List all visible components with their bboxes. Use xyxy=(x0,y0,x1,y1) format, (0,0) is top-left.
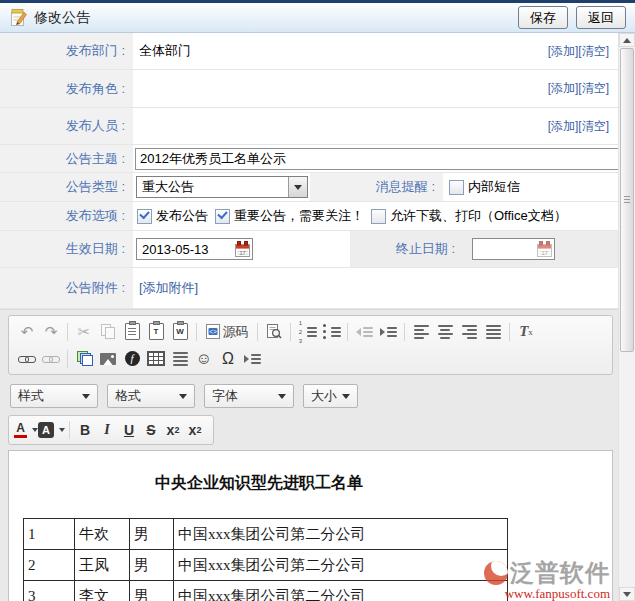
form-row-person: 发布人员 : [添加][清空] xyxy=(0,108,635,145)
remove-format-icon[interactable]: Tx xyxy=(514,320,538,344)
image-icon[interactable] xyxy=(96,347,120,371)
page-title: 修改公告 xyxy=(34,9,90,27)
align-justify-icon[interactable] xyxy=(481,320,505,344)
options-label: 发布选项 : xyxy=(0,202,133,230)
cell-company[interactable]: 中国xxx集团公司第二分公司 xyxy=(174,550,508,581)
cell-no[interactable]: 2 xyxy=(24,550,75,581)
undo-icon[interactable]: ↶ xyxy=(15,320,39,344)
start-date-label: 生效日期 : xyxy=(0,231,133,267)
text-color-swatch xyxy=(14,435,27,438)
toolbar-separator xyxy=(347,323,348,341)
paste-from-word-icon[interactable]: W xyxy=(168,320,192,344)
person-add-link[interactable]: [添加] xyxy=(548,119,579,133)
redo-icon[interactable]: ↷ xyxy=(39,320,63,344)
notify-label: 消息提醒 : xyxy=(310,173,443,201)
attachment-label: 公告附件 : xyxy=(0,268,133,308)
editor-content-area[interactable]: 中央企业知识型先进职工名单 1 牛欢 男 中国xxx集团公司第二分公司 2 王凤… xyxy=(8,450,613,601)
bulleted-list-icon[interactable] xyxy=(319,320,343,344)
internal-sms-checkbox[interactable] xyxy=(449,180,464,195)
end-date-input[interactable]: 17 xyxy=(472,238,555,260)
calendar-icon[interactable]: 17 xyxy=(537,241,552,257)
role-label: 发布角色 : xyxy=(0,70,133,107)
cell-company[interactable]: 中国xxx集团公司第二分公司 xyxy=(174,581,508,601)
save-button[interactable]: 保存 xyxy=(518,6,568,29)
format-dropdown[interactable]: 格式 xyxy=(107,384,195,408)
align-right-icon[interactable] xyxy=(457,320,481,344)
strikethrough-button[interactable]: S xyxy=(140,418,162,442)
form-row-subject: 公告主题 : xyxy=(0,145,635,173)
size-dropdown[interactable]: 大小 xyxy=(303,384,358,408)
scroll-up-button[interactable] xyxy=(619,33,635,47)
role-clear-link[interactable]: [清空] xyxy=(578,81,609,95)
type-label: 公告类型 : xyxy=(0,173,133,201)
allow-download-checkbox[interactable] xyxy=(371,209,386,224)
dept-add-link[interactable]: [添加] xyxy=(548,44,579,58)
paste-as-text-icon[interactable]: T xyxy=(144,320,168,344)
form-row-attachment: 公告附件 : [添加附件] xyxy=(0,268,635,309)
horizontal-rule-icon[interactable] xyxy=(168,347,192,371)
document-title[interactable]: 中央企业知识型先进职工名单 xyxy=(9,473,509,494)
decrease-indent-icon[interactable] xyxy=(352,320,376,344)
vertical-scrollbar[interactable] xyxy=(618,33,635,601)
scroll-down-button[interactable] xyxy=(619,587,635,601)
image-gallery-icon[interactable] xyxy=(72,347,96,371)
publish-checkbox[interactable] xyxy=(137,209,152,224)
styles-dropdown[interactable]: 样式 xyxy=(10,384,98,408)
scroll-up-icon xyxy=(623,38,631,43)
cell-name[interactable]: 牛欢 xyxy=(75,519,130,550)
cell-company[interactable]: 中国xxx集团公司第二分公司 xyxy=(174,519,508,550)
subject-input[interactable] xyxy=(135,148,619,170)
toolbar-separator xyxy=(69,421,70,439)
table-row: 1 牛欢 男 中国xxx集团公司第二分公司 xyxy=(24,519,508,550)
type-select[interactable]: 重大公告 xyxy=(136,176,308,198)
special-character-icon[interactable]: Ω xyxy=(216,347,240,371)
source-code-button[interactable]: <> 源码 xyxy=(201,320,253,344)
underline-button[interactable]: U xyxy=(118,418,140,442)
background-color-button[interactable]: A xyxy=(38,418,65,442)
start-date-input[interactable]: 2013-05-13 17 xyxy=(136,238,253,260)
italic-button[interactable]: I xyxy=(96,418,118,442)
text-color-button[interactable]: A xyxy=(14,418,38,442)
svg-text:17: 17 xyxy=(240,250,246,256)
subscript-button[interactable]: x2 xyxy=(162,418,184,442)
dept-clear-link[interactable]: [清空] xyxy=(578,44,609,58)
cell-no[interactable]: 3 xyxy=(24,581,75,601)
preview-icon[interactable] xyxy=(262,320,286,344)
copy-icon[interactable] xyxy=(96,320,120,344)
numbered-list-icon[interactable]: 123 xyxy=(295,320,319,344)
cell-name[interactable]: 李文 xyxy=(75,581,130,601)
align-center-icon[interactable] xyxy=(433,320,457,344)
person-clear-link[interactable]: [清空] xyxy=(578,119,609,133)
add-attachment-link[interactable]: [添加附件] xyxy=(139,279,198,297)
font-dropdown[interactable]: 字体 xyxy=(204,384,294,408)
superscript-button[interactable]: x2 xyxy=(184,418,206,442)
flash-icon[interactable]: f xyxy=(120,347,144,371)
cell-gender[interactable]: 男 xyxy=(130,550,174,581)
page-break-icon[interactable] xyxy=(240,347,264,371)
calendar-icon[interactable]: 17 xyxy=(235,241,250,257)
align-left-icon[interactable] xyxy=(409,320,433,344)
smiley-icon[interactable]: ☺ xyxy=(192,347,216,371)
type-select-value: 重大公告 xyxy=(137,178,194,196)
chevron-down-icon xyxy=(82,394,90,399)
rich-text-editor: ↶ ↷ ✂ T W <> 源码 xyxy=(0,309,635,601)
cut-icon[interactable]: ✂ xyxy=(72,320,96,344)
important-checkbox[interactable] xyxy=(215,209,230,224)
cell-gender[interactable]: 男 xyxy=(130,519,174,550)
paste-icon[interactable] xyxy=(120,320,144,344)
increase-indent-icon[interactable] xyxy=(376,320,400,344)
scrollbar-thumb[interactable] xyxy=(620,48,634,352)
link-icon[interactable] xyxy=(15,347,39,371)
cell-name[interactable]: 王凤 xyxy=(75,550,130,581)
cell-gender[interactable]: 男 xyxy=(130,581,174,601)
type-select-arrow-icon[interactable] xyxy=(288,177,307,197)
unlink-icon[interactable] xyxy=(39,347,63,371)
role-add-link[interactable]: [添加] xyxy=(548,81,579,95)
back-button[interactable]: 返回 xyxy=(576,6,626,29)
cell-no[interactable]: 1 xyxy=(24,519,75,550)
bold-button[interactable]: B xyxy=(74,418,96,442)
table-icon[interactable] xyxy=(144,347,168,371)
form-row-role: 发布角色 : [添加][清空] xyxy=(0,70,635,108)
source-code-icon: <> xyxy=(206,324,220,339)
chevron-down-icon xyxy=(278,394,286,399)
